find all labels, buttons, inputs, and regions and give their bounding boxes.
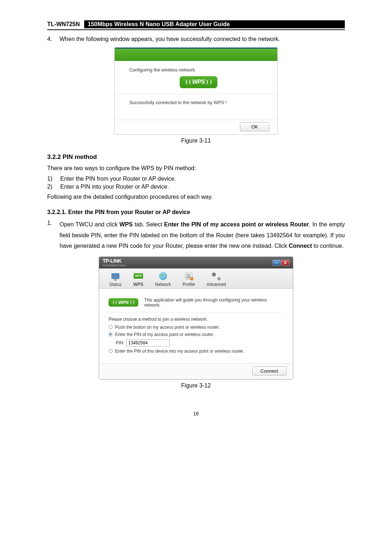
pin-method-intro: There are two ways to configure the WPS … [47, 164, 345, 172]
option-push-button[interactable]: Push the button on my access point or wi… [109, 325, 283, 330]
section-3-2-2-heading: 3.2.2 PIN method [47, 153, 345, 161]
tab-label: Advanced [207, 282, 226, 287]
list-number: 2) [47, 184, 55, 190]
step-number: 1. [47, 219, 54, 251]
list-item: 2) Enter a PIN into your Router or AP de… [47, 184, 345, 190]
success-text: Successfully connected to the network by… [129, 100, 268, 105]
wps-panel: ⦘⦘ WPS ⦘⦘ This application will guide yo… [99, 289, 293, 363]
option-label: Push the button on my access point or wi… [115, 325, 220, 330]
connect-button[interactable]: Connect [252, 366, 286, 376]
step-1: 1. Open TWCU and click WPS tab. Select E… [47, 219, 345, 251]
section-3-2-2-1-heading: 3.2.2.1. Enter the PIN from your Router … [47, 209, 345, 216]
radio-icon [109, 325, 113, 329]
choose-method-text: Please choose a method to join a wireles… [109, 317, 283, 322]
wps-badge-label: WPS [192, 79, 205, 85]
list-text: Enter a PIN into your Router or AP devic… [60, 184, 169, 190]
step-4: 4. When the following window appears, yo… [47, 35, 345, 43]
option-enter-ap-pin[interactable]: Enter the PIN of my access point or wire… [109, 332, 283, 337]
list-item: 1) Enter the PIN from your Router or AP … [47, 176, 345, 182]
option-enter-device-pin[interactable]: Enter the PIN of this device into my acc… [109, 349, 283, 354]
wps-badge-wrap: ⦘⦘ WPS ⦘⦘ [129, 76, 268, 88]
minimize-button[interactable]: — [273, 260, 281, 266]
dialog-upper-section: Configuring the wireless network. ⦘⦘ WPS… [115, 61, 277, 94]
step-text: When the following window appears, you h… [60, 35, 280, 43]
wps-intro-text: This application will guide you through … [144, 297, 283, 308]
configuring-text: Configuring the wireless network. [129, 67, 268, 73]
dialog-lower-section: Successfully connected to the network by… [115, 94, 277, 120]
window-controls: — X [273, 260, 289, 266]
tab-bar: Status WPS WPS Network Profile Advanced [99, 268, 293, 289]
tp-link-logo: TP-LINK The Reliable Choice [103, 258, 126, 267]
pin-label: PIN: [116, 340, 124, 345]
twcu-window: TP-LINK The Reliable Choice — X Status W… [99, 257, 293, 379]
radio-icon [109, 332, 113, 336]
tab-label: Status [109, 282, 122, 287]
wps-intro: ⦘⦘ WPS ⦘⦘ This application will guide yo… [109, 297, 283, 308]
figure-3-12-caption: Figure 3-12 [47, 382, 345, 389]
tab-label: WPS [133, 282, 143, 287]
wps-icon: ⦘⦘ WPS ⦘⦘ [180, 76, 218, 88]
wps-success-dialog: Configuring the wireless network. ⦘⦘ WPS… [114, 48, 278, 135]
step-text: Open TWCU and click WPS tab. Select Ente… [60, 219, 345, 251]
user-guide-page: TL-WN725N 150Mbps Wireless N Nano USB Ad… [0, 0, 392, 431]
app-footer: Connect [99, 363, 293, 379]
doc-header: TL-WN725N 150Mbps Wireless N Nano USB Ad… [47, 20, 345, 30]
wps-icon: ⦘⦘ WPS ⦘⦘ [109, 298, 138, 307]
dialog-header-strip [115, 49, 277, 61]
pin-input[interactable] [126, 339, 170, 346]
pin-input-row: PIN: [116, 339, 283, 346]
tab-advanced[interactable]: Advanced [207, 271, 226, 287]
tab-label: Network [155, 282, 171, 287]
page-number: 16 [47, 411, 345, 416]
close-button[interactable]: X [281, 260, 289, 266]
following-text: Following are the detailed configuration… [47, 193, 345, 201]
tab-label: Profile [183, 282, 195, 287]
list-text: Enter the PIN from your Router or AP dev… [60, 176, 176, 182]
step-number: 4. [47, 35, 54, 43]
tab-wps[interactable]: WPS WPS [133, 271, 143, 287]
figure-3-11-caption: Figure 3-11 [47, 138, 345, 144]
ok-button[interactable]: OK [240, 122, 269, 131]
list-number: 1) [47, 176, 55, 182]
option-label: Enter the PIN of this device into my acc… [115, 349, 244, 354]
profile-icon [184, 271, 194, 281]
titlebar: TP-LINK The Reliable Choice — X [99, 257, 293, 268]
model-number: TL-WN725N [47, 21, 84, 28]
wps-tab-icon: WPS [133, 271, 143, 281]
tab-network[interactable]: Network [155, 271, 171, 287]
doc-title: 150Mbps Wireless N Nano USB Adapter User… [84, 20, 345, 28]
tab-profile[interactable]: Profile [183, 271, 195, 287]
dialog-footer: OK [115, 120, 277, 134]
monitor-icon [110, 271, 121, 281]
divider [109, 312, 283, 312]
pin-method-list: 1) Enter the PIN from your Router or AP … [47, 176, 345, 190]
globe-icon [158, 271, 168, 281]
option-label: Enter the PIN of my access point or wire… [115, 332, 214, 337]
tab-status[interactable]: Status [109, 271, 122, 287]
radio-icon [109, 349, 113, 353]
gear-icon [211, 271, 221, 281]
